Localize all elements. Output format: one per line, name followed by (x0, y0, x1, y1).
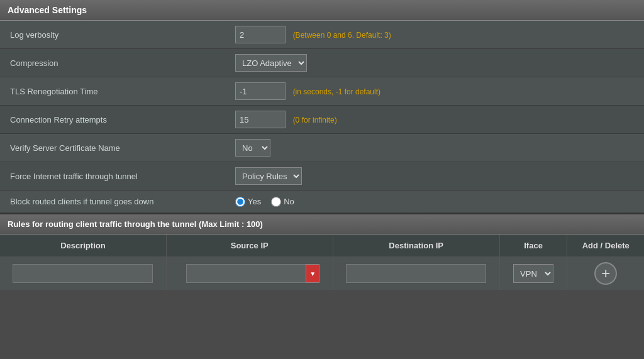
log-verbosity-hint: (Between 0 and 6. Default: 3) (293, 31, 391, 40)
verify-server-cert-label: Verify Server Certificate Name (0, 134, 228, 162)
log-verbosity-control: (Between 0 and 6. Default: 3) (228, 21, 644, 49)
force-internet-label: Force Internet traffic through tunnel (0, 162, 228, 191)
force-internet-row: Force Internet traffic through tunnel Po… (0, 162, 644, 191)
advanced-settings-section: Advanced Settings Log verbosity (Between… (0, 0, 644, 213)
log-verbosity-row: Log verbosity (Between 0 and 6. Default:… (0, 21, 644, 49)
block-routed-radio-group: Yes No (235, 197, 636, 207)
connection-retry-control: (0 for infinite) (228, 106, 644, 134)
advanced-settings-header: Advanced Settings (0, 0, 644, 21)
tls-renegotiation-row: TLS Renegotiation Time (in seconds, -1 f… (0, 77, 644, 106)
compression-control: LZO Adaptive LZO None (228, 49, 644, 77)
force-internet-control: Policy Rules Yes No (228, 162, 644, 191)
connection-retry-row: Connection Retry attempts (0 for infinit… (0, 106, 644, 134)
rules-section: Rules for routing client traffic through… (0, 213, 644, 290)
source-ip-cell (166, 257, 333, 290)
connection-retry-label: Connection Retry attempts (0, 106, 228, 134)
rules-table-input-row: VPN LAN WAN + (0, 257, 644, 290)
connection-retry-hint: (0 for infinite) (293, 116, 337, 124)
tls-renegotiation-label: TLS Renegotiation Time (0, 77, 228, 106)
description-cell (0, 257, 166, 290)
block-routed-no-label[interactable]: No (271, 197, 294, 207)
destination-ip-input[interactable] (346, 264, 486, 283)
col-description: Description (0, 235, 166, 257)
block-routed-row: Block routed clients if tunnel goes down… (0, 191, 644, 213)
tls-renegotiation-input[interactable] (235, 82, 286, 100)
block-routed-label: Block routed clients if tunnel goes down (0, 191, 228, 213)
compression-select[interactable]: LZO Adaptive LZO None (235, 54, 307, 72)
rules-table: Description Source IP Destination IP Ifa… (0, 235, 644, 290)
verify-server-cert-control: No Yes (228, 134, 644, 162)
add-icon: + (601, 266, 610, 281)
tls-renegotiation-hint: (in seconds, -1 for default) (293, 87, 380, 96)
verify-server-cert-select[interactable]: No Yes (235, 139, 270, 157)
iface-select[interactable]: VPN LAN WAN (513, 264, 553, 283)
verify-server-cert-row: Verify Server Certificate Name No Yes (0, 134, 644, 162)
log-verbosity-input[interactable] (235, 26, 286, 43)
col-iface: Iface (499, 235, 567, 257)
block-routed-yes-text: Yes (248, 197, 261, 206)
iface-cell: VPN LAN WAN (499, 257, 567, 290)
connection-retry-input[interactable] (235, 111, 286, 128)
source-ip-dropdown-arrow[interactable] (306, 264, 319, 283)
source-ip-wrapper (179, 264, 319, 283)
col-destination-ip: Destination IP (333, 235, 499, 257)
compression-label: Compression (0, 49, 228, 77)
block-routed-no-radio[interactable] (271, 197, 281, 207)
force-internet-select[interactable]: Policy Rules Yes No (235, 167, 302, 185)
col-add-delete: Add / Delete (567, 235, 644, 257)
block-routed-control: Yes No (228, 191, 644, 213)
source-ip-input[interactable] (186, 264, 313, 283)
log-verbosity-label: Log verbosity (0, 21, 228, 49)
rules-table-header-row: Description Source IP Destination IP Ifa… (0, 235, 644, 257)
add-rule-button[interactable]: + (594, 262, 617, 285)
block-routed-no-text: No (284, 197, 294, 206)
settings-table: Log verbosity (Between 0 and 6. Default:… (0, 21, 644, 213)
add-delete-cell: + (567, 257, 644, 290)
rules-section-header: Rules for routing client traffic through… (0, 213, 644, 235)
destination-ip-cell (333, 257, 499, 290)
block-routed-yes-radio[interactable] (235, 197, 245, 207)
block-routed-yes-label[interactable]: Yes (235, 197, 261, 207)
description-input[interactable] (13, 264, 153, 283)
col-source-ip: Source IP (166, 235, 333, 257)
compression-row: Compression LZO Adaptive LZO None (0, 49, 644, 77)
tls-renegotiation-control: (in seconds, -1 for default) (228, 77, 644, 106)
